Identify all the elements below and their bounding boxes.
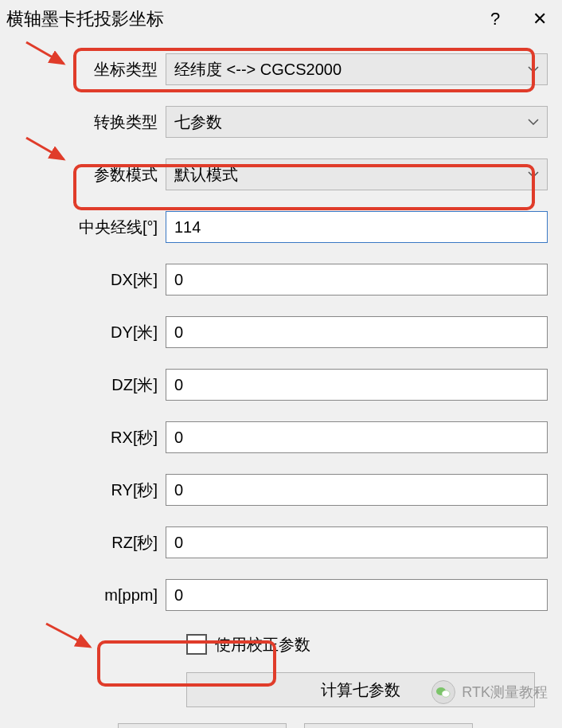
chevron-down-icon [528, 119, 539, 125]
row-dx: DX[米] [14, 263, 548, 296]
close-icon: ✕ [533, 9, 547, 29]
svg-point-4 [442, 691, 450, 697]
calc-button-label: 计算七参数 [321, 679, 400, 701]
row-param-mode: 参数模式 默认模式 [14, 158, 548, 191]
input-rz[interactable] [166, 526, 548, 558]
label-dx: DX[米] [14, 269, 166, 291]
title-bar: 横轴墨卡托投影坐标 ? ✕ [0, 0, 562, 38]
select-param-mode-value: 默认模式 [174, 164, 238, 186]
input-rx[interactable] [166, 421, 548, 453]
input-central-meridian[interactable] [166, 211, 548, 243]
select-trans-type-value: 七参数 [174, 112, 222, 133]
wechat-icon [431, 680, 455, 704]
checkbox-use-correction[interactable] [186, 634, 207, 655]
row-coord-type: 坐标类型 经纬度 <--> CGCS2000 [14, 53, 548, 86]
watermark-text: RTK测量教程 [462, 683, 548, 702]
row-trans-type: 转换类型 七参数 [14, 105, 548, 139]
row-use-correction: 使用校正参数 [186, 631, 548, 658]
input-dy[interactable] [166, 316, 548, 348]
row-rx: RX[秒] [14, 421, 548, 454]
row-rz: RZ[秒] [14, 526, 548, 559]
row-central-meridian: 中央经线[°] [14, 210, 548, 244]
save-config-button[interactable]: 保存配置 [304, 723, 473, 728]
watermark: RTK测量教程 [431, 680, 548, 704]
label-dz: DZ[米] [14, 374, 166, 396]
select-trans-type[interactable]: 七参数 [166, 106, 548, 138]
label-coord-type: 坐标类型 [14, 59, 166, 80]
input-ry[interactable] [166, 474, 548, 506]
input-m[interactable] [166, 579, 548, 611]
label-ry: RY[秒] [14, 479, 166, 501]
label-rz: RZ[秒] [14, 532, 166, 554]
label-rx: RX[秒] [14, 427, 166, 448]
row-m: m[ppm] [14, 578, 548, 612]
label-param-mode: 参数模式 [14, 164, 166, 186]
config-button-row: 载入配置 保存配置 [118, 723, 548, 728]
input-dx[interactable] [166, 264, 548, 296]
help-button[interactable]: ? [473, 3, 517, 35]
select-coord-type-value: 经纬度 <--> CGCS2000 [174, 59, 341, 80]
label-central-meridian: 中央经线[°] [14, 217, 166, 238]
chevron-down-icon [528, 66, 539, 72]
label-use-correction: 使用校正参数 [215, 634, 310, 656]
close-button[interactable]: ✕ [517, 3, 562, 35]
window-title: 横轴墨卡托投影坐标 [6, 7, 473, 31]
label-dy: DY[米] [14, 322, 166, 343]
select-coord-type[interactable]: 经纬度 <--> CGCS2000 [166, 53, 548, 85]
form-body: 坐标类型 经纬度 <--> CGCS2000 转换类型 七参数 参数模式 [0, 38, 562, 728]
row-dy: DY[米] [14, 315, 548, 349]
chevron-down-icon [528, 171, 539, 178]
row-ry: RY[秒] [14, 473, 548, 507]
select-param-mode[interactable]: 默认模式 [166, 159, 548, 190]
load-config-button[interactable]: 载入配置 [118, 723, 287, 728]
label-trans-type: 转换类型 [14, 112, 166, 133]
label-m: m[ppm] [14, 586, 166, 605]
row-dz: DZ[米] [14, 368, 548, 401]
input-dz[interactable] [166, 369, 548, 401]
